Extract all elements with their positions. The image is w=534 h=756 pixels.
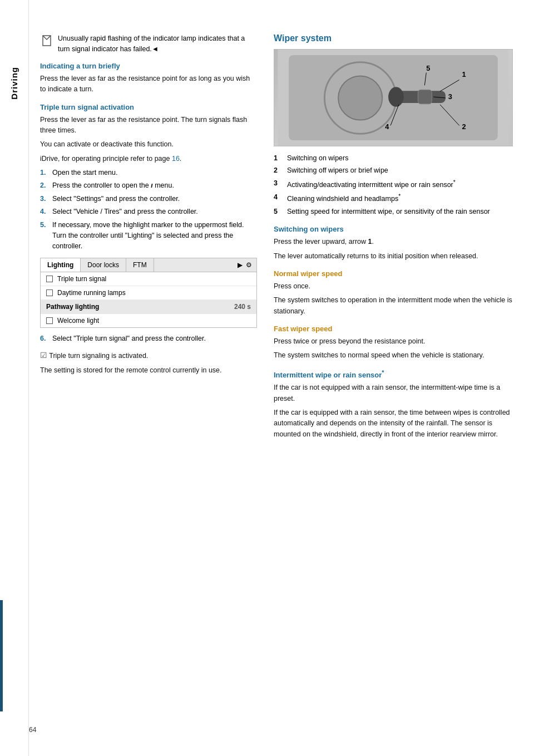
closing-text: The setting is stored for the remote con… [40, 365, 257, 376]
switching-text1: Press the lever upward, arrow 1. [274, 237, 513, 247]
step-text-1: Open the start menu. [52, 168, 117, 178]
steps-list: 1. Open the start menu. 2. Press the con… [40, 168, 257, 252]
item-text-2: Switching off wipers or brief wipe [287, 165, 388, 176]
svg-text:1: 1 [462, 70, 466, 78]
normal-text2: The system switches to operation in the … [274, 295, 513, 317]
menu-item-pathway-value: 240 s [234, 303, 251, 311]
svg-point-4 [338, 76, 382, 120]
section-heading-switching: Switching on wipers [274, 225, 513, 233]
wiper-item-4: 4 Cleaning windshield and headlamps* [274, 192, 513, 205]
note-text: Unusually rapid flashing of the indicato… [58, 33, 257, 55]
menu-item-pathway-label: Pathway lighting [46, 303, 99, 311]
menu-tab-lighting[interactable]: Lighting [41, 258, 81, 272]
step-text-4: Select "Vehicle / Tires" and press the c… [52, 207, 198, 217]
item-text-5: Setting speed for intermittent wipe, or … [287, 207, 490, 217]
wiper-system-heading: Wiper system [274, 33, 513, 43]
svg-rect-7 [418, 90, 432, 104]
step-num-5: 5. [40, 220, 49, 252]
page-link[interactable]: 16 [172, 155, 180, 163]
step-num-1: 1. [40, 168, 49, 178]
item-num-2: 2 [274, 165, 283, 176]
wiper-diagram-svg: 1 2 3 4 5 [274, 50, 512, 146]
intermittent-text2: If the car is equipped with a rain senso… [274, 408, 513, 440]
item-num-3: 3 [274, 178, 283, 191]
menu-box: Lighting Door locks FTM ▶ ⚙ Triple turn … [40, 258, 257, 328]
svg-text:5: 5 [426, 64, 430, 72]
menu-item-welcome[interactable]: Welcome light [41, 314, 256, 327]
step6-result: ☑ Triple turn signaling is activated. [40, 350, 257, 362]
note-icon [40, 34, 53, 47]
checkbox-welcome[interactable] [46, 317, 53, 324]
left-column: Unusually rapid flashing of the indicato… [40, 33, 257, 734]
step-num-4: 4. [40, 207, 49, 217]
svg-text:4: 4 [385, 122, 389, 131]
step-3: 3. Select "Settings" and press the contr… [40, 194, 257, 204]
svg-point-6 [388, 87, 404, 107]
step-5: 5. If necessary, move the highlight mark… [40, 220, 257, 252]
section-heading-triple: Triple turn signal activation [40, 103, 257, 111]
triple-text3: iDrive, for operating principle refer to… [40, 154, 257, 164]
wiper-item-2: 2 Switching off wipers or brief wipe [274, 165, 513, 176]
menu-item-triple-signal[interactable]: Triple turn signal [41, 272, 256, 286]
menu-item-triple-label: Triple turn signal [57, 275, 106, 283]
content-area: Unusually rapid flashing of the indicato… [29, 0, 534, 756]
step-text-3: Select "Settings" and press the controll… [52, 194, 180, 204]
triple-text2: You can activate or deactivate this func… [40, 139, 257, 150]
item-num-4: 4 [274, 192, 283, 205]
step-4: 4. Select "Vehicle / Tires" and press th… [40, 207, 257, 217]
item-text-1: Switching on wipers [287, 153, 348, 164]
item-num-1: 1 [274, 153, 283, 164]
sidebar: Driving [0, 0, 29, 756]
indicating-text: Press the lever as far as the resistance… [40, 73, 257, 95]
item-text-4: Cleaning windshield and headlamps* [287, 192, 400, 205]
triple-text1: Press the lever as far as the resistance… [40, 115, 257, 136]
switching-text2: The lever automatically returns to its i… [274, 251, 513, 262]
step-2: 2. Press the controller to open the ı me… [40, 180, 257, 191]
wiper-item-1: 1 Switching on wipers [274, 153, 513, 164]
sidebar-label: Driving [9, 67, 19, 100]
wiper-item-3: 3 Activating/deactivating intermittent w… [274, 178, 513, 191]
menu-item-daytime[interactable]: Daytime running lamps [41, 286, 256, 300]
section-heading-indicating: Indicating a turn briefly [40, 62, 257, 70]
section-heading-normal: Normal wiper speed [274, 269, 513, 278]
menu-tab-doorlocks[interactable]: Door locks [81, 258, 126, 272]
checkbox-daytime[interactable] [46, 289, 53, 296]
section-heading-fast: Fast wiper speed [274, 325, 513, 333]
step-num-2: 2. [40, 180, 49, 191]
fast-text1: Press twice or press beyond the resistan… [274, 336, 513, 347]
wiper-items-list: 1 Switching on wipers 2 Switching off wi… [274, 153, 513, 217]
checkbox-triple[interactable] [46, 276, 53, 282]
checkmark-icon: ☑ [40, 351, 47, 360]
menu-tab-ftm[interactable]: FTM [126, 258, 154, 272]
wiper-item-5: 5 Setting speed for intermittent wipe, o… [274, 207, 513, 217]
page: Driving Unusually rapid flashing of the … [0, 0, 534, 756]
step-6: 6. Select "Triple turn signal" and press… [40, 333, 257, 344]
menu-header: Lighting Door locks FTM ▶ ⚙ [41, 258, 256, 272]
step6-list: 6. Select "Triple turn signal" and press… [40, 333, 257, 344]
note-box: Unusually rapid flashing of the indicato… [40, 33, 257, 55]
svg-text:2: 2 [462, 122, 466, 131]
step6-result-text: Triple turn signaling is activated. [49, 352, 148, 360]
menu-tab-right-icons: ▶ ⚙ [233, 258, 256, 272]
fast-text2: The system switches to normal speed when… [274, 350, 513, 361]
page-number: 64 [29, 726, 36, 734]
step-text-6: Select "Triple turn signal" and press th… [52, 333, 206, 344]
step-1: 1. Open the start menu. [40, 168, 257, 178]
right-column: Wiper system [274, 33, 513, 734]
menu-item-daytime-label: Daytime running lamps [57, 289, 126, 297]
wiper-img-inner: 1 2 3 4 5 [274, 50, 512, 146]
step-text-2: Press the controller to open the ı menu. [52, 180, 174, 191]
item-num-5: 5 [274, 207, 283, 217]
menu-item-pathway[interactable]: Pathway lighting 240 s [41, 300, 256, 314]
wiper-image: 1 2 3 4 5 [274, 49, 513, 146]
play-icon: ▶ [238, 261, 243, 269]
svg-text:3: 3 [448, 92, 452, 101]
item-text-3: Activating/deactivating intermittent wip… [287, 178, 456, 191]
gear-icon: ⚙ [246, 261, 252, 269]
menu-item-welcome-label: Welcome light [57, 317, 99, 325]
sidebar-bar [0, 600, 3, 711]
normal-text1: Press once. [274, 281, 513, 292]
step-num-3: 3. [40, 194, 49, 204]
step-num-6: 6. [40, 333, 49, 344]
step-text-5: If necessary, move the highlight marker … [52, 220, 257, 252]
